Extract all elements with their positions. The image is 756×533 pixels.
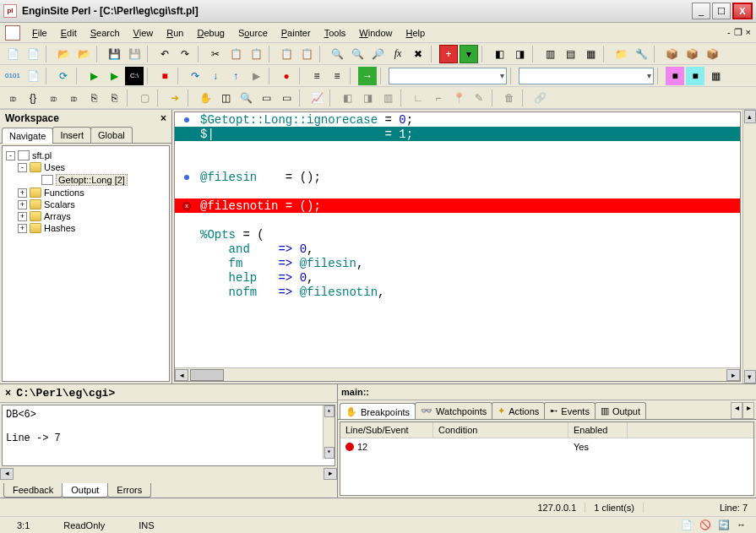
tree-uses-child[interactable]: Getopt::Long [2] <box>6 173 166 187</box>
save-icon[interactable]: 💾 <box>105 45 123 63</box>
indent-icon[interactable]: ≡ <box>307 67 326 85</box>
zoom-in-icon[interactable]: 🔍 <box>328 45 346 63</box>
menu-search[interactable]: Search <box>84 25 127 41</box>
scroll-thumb[interactable] <box>190 369 224 381</box>
step-out-icon[interactable]: ↑ <box>226 67 245 85</box>
dash-icon[interactable]: ▭ <box>277 89 296 107</box>
menu-window[interactable]: Window <box>352 25 399 41</box>
gutter[interactable]: ▶ <box>175 128 199 139</box>
open-icon[interactable]: 📂 <box>54 45 73 63</box>
col-enabled[interactable]: Enabled <box>568 422 628 438</box>
workspace-tree[interactable]: - sft.pl - Uses Getopt::Long [2] + Funct… <box>2 145 170 382</box>
find-icon[interactable]: 🔎 <box>368 45 387 63</box>
run-icon[interactable]: ▶ <box>84 67 103 85</box>
folder2-icon[interactable]: 📁 <box>612 45 630 63</box>
doc-close-icon[interactable]: × <box>746 27 751 38</box>
sheet-icon[interactable]: 📄 <box>24 67 42 85</box>
code-line[interactable]: x@filesnotin = (); <box>175 199 740 213</box>
status-icon-2[interactable]: 🚫 <box>699 519 711 530</box>
tree-arrays[interactable]: + Arrays <box>6 210 166 222</box>
cube2-icon[interactable]: 📦 <box>683 45 701 63</box>
scroll-down-icon[interactable]: ▾ <box>744 370 756 383</box>
code-line[interactable]: and => 0, <box>175 242 740 256</box>
brace-icon[interactable]: {} <box>24 89 42 107</box>
tabnav-right-icon[interactable]: ▸ <box>742 402 754 419</box>
outdent-icon[interactable]: ≡ <box>328 67 346 85</box>
split-v-icon[interactable]: ▤ <box>561 45 579 63</box>
editor-hscroll[interactable]: ◂ ▸ <box>175 367 740 381</box>
toggle-icon[interactable]: ◧ <box>490 45 509 63</box>
panel-close-icon[interactable]: × <box>5 388 11 400</box>
doc-minimize-icon[interactable]: - <box>727 27 731 38</box>
tab-output[interactable]: Output <box>62 483 108 498</box>
code-line[interactable] <box>175 141 740 155</box>
code-line[interactable]: help => 0, <box>175 270 740 285</box>
tab-feedback[interactable]: Feedback <box>3 483 63 498</box>
doc-restore-icon[interactable]: ❐ <box>734 27 742 38</box>
menu-file[interactable]: File <box>25 25 54 41</box>
code-line[interactable]: @filesin = (); <box>175 170 740 184</box>
new-doc-icon[interactable]: 📄 <box>24 45 42 63</box>
expand-icon[interactable]: + <box>18 188 27 198</box>
color3-icon[interactable]: ▦ <box>706 67 725 85</box>
app-menu-icon[interactable] <box>5 25 20 41</box>
pin-icon[interactable]: 📍 <box>449 89 468 107</box>
block2-icon[interactable]: ⎄ <box>44 89 63 107</box>
out-scroll-down-icon[interactable]: ▾ <box>324 447 334 459</box>
code-editor[interactable]: $Getopt::Long::ignorecase = 0;▶$| = 1;@f… <box>174 111 741 382</box>
trash-icon[interactable]: 🗑 <box>500 89 519 107</box>
redo-icon[interactable]: ↷ <box>176 45 194 63</box>
goto-icon[interactable]: → <box>358 67 377 85</box>
menu-debug[interactable]: Debug <box>190 25 231 41</box>
combo-2[interactable] <box>519 68 654 84</box>
tree-functions[interactable]: + Functions <box>6 187 166 199</box>
copy-icon[interactable]: 📋 <box>226 45 245 63</box>
grid3-icon[interactable]: ▥ <box>378 89 397 107</box>
breakpoint-icon[interactable]: ● <box>277 67 296 85</box>
box-icon[interactable]: ▾ <box>460 45 478 63</box>
menu-view[interactable]: View <box>127 25 160 41</box>
paste3-icon[interactable]: 📋 <box>297 45 316 63</box>
link-icon[interactable]: 🔗 <box>530 89 549 107</box>
zoom-out-icon[interactable]: 🔍 <box>348 45 367 63</box>
tab-insert[interactable]: Insert <box>52 127 91 143</box>
cut-icon[interactable]: ✂ <box>206 45 225 63</box>
tab-navigate[interactable]: Navigate <box>2 128 53 144</box>
grid2-icon[interactable]: ◨ <box>358 89 377 107</box>
status-icon-1[interactable]: 📄 <box>681 519 693 530</box>
code-line[interactable] <box>175 184 740 199</box>
terminal-icon[interactable]: C:\ <box>125 67 144 85</box>
block3-icon[interactable]: ⎄ <box>64 89 83 107</box>
new-icon[interactable]: 📄 <box>3 45 22 63</box>
open-recent-icon[interactable]: 📂 <box>74 45 93 63</box>
edit-icon[interactable]: ✎ <box>470 89 488 107</box>
cube3-icon[interactable]: 📦 <box>703 45 721 63</box>
close-button[interactable]: X <box>732 3 753 19</box>
tab-events[interactable]: ➸Events <box>544 402 596 419</box>
code-line[interactable]: fm => @filesin, <box>175 256 740 270</box>
tag-icon[interactable]: ⎘ <box>84 89 103 107</box>
tab-dbg-output[interactable]: ▥Output <box>595 402 646 419</box>
chart-icon[interactable]: 📈 <box>307 89 326 107</box>
breakpoints-grid[interactable]: Line/Sub/Event Condition Enabled 12 Yes <box>340 422 754 496</box>
gutter[interactable] <box>175 175 199 180</box>
code-line[interactable]: ▶$| = 1; <box>175 127 740 141</box>
code-line[interactable]: $Getopt::Long::ignorecase = 0; <box>175 112 740 127</box>
breakpoint-row[interactable]: 12 Yes <box>340 438 753 455</box>
tabnav-left-icon[interactable]: ◂ <box>731 402 742 419</box>
output-hscroll[interactable]: ◂ ▸ <box>0 468 337 481</box>
arrow-icon[interactable]: ➜ <box>166 89 184 107</box>
cube-icon[interactable]: 📦 <box>662 45 681 63</box>
gutter[interactable]: x <box>175 202 199 210</box>
paste2-icon[interactable]: 📋 <box>277 45 296 63</box>
scroll-right-icon[interactable]: ▸ <box>726 369 740 381</box>
tab-actions[interactable]: ✦Actions <box>492 402 545 419</box>
scroll-up-icon[interactable]: ▴ <box>744 110 756 123</box>
workspace-close-icon[interactable]: × <box>160 112 166 124</box>
corner-icon[interactable]: ⌐ <box>429 89 448 107</box>
scroll-left-icon[interactable]: ◂ <box>175 369 188 381</box>
editor-vscroll[interactable]: ▴ ▾ <box>742 110 756 383</box>
col-condition[interactable]: Condition <box>433 422 568 438</box>
run-to-icon[interactable]: ▶ <box>247 67 265 85</box>
tree-scalars[interactable]: + Scalars <box>6 199 166 210</box>
